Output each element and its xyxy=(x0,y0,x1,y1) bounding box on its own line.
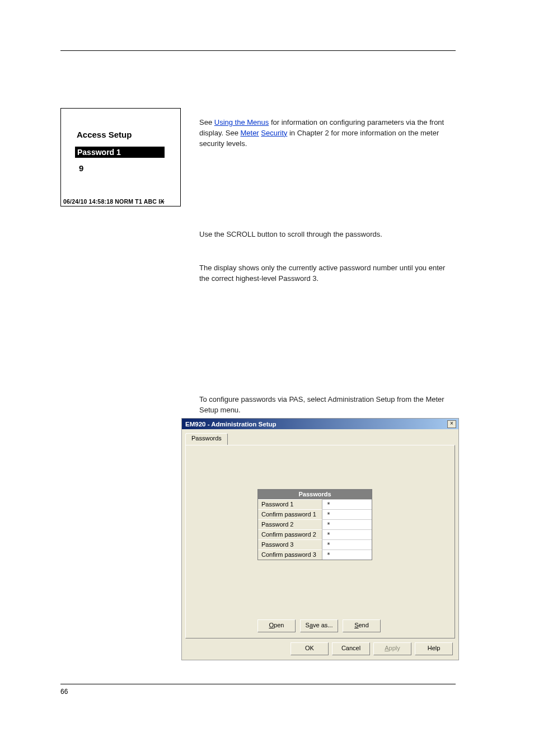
open-button[interactable]: Open xyxy=(257,619,296,632)
close-icon[interactable]: × xyxy=(447,420,456,428)
tab-panel: Passwords Password 1 Confirm password 1 … xyxy=(185,445,455,638)
row-label: Password 2 xyxy=(258,519,322,529)
lcd-status-x: X xyxy=(160,198,164,205)
top-rule xyxy=(60,50,456,51)
confirm-password-2-input[interactable] xyxy=(326,531,368,538)
step-3: To configure passwords via PAS, select A… xyxy=(199,395,456,416)
dialog-titlebar: EM920 - Administration Setup × xyxy=(182,419,458,429)
tab-strip: Passwords xyxy=(185,433,228,445)
lcd-password-value: 9 xyxy=(79,163,83,173)
link-meter[interactable]: Meter xyxy=(240,129,259,137)
lcd-panel: Access Setup Password 1 9 06/24/10 14:58… xyxy=(60,108,181,206)
grid-row: Password 2 xyxy=(258,519,372,529)
confirm-password-1-input[interactable] xyxy=(326,511,368,518)
grid-row: Confirm password 3 xyxy=(258,550,372,560)
passwords-grid: Passwords Password 1 Confirm password 1 … xyxy=(257,489,372,560)
dialog-title: EM920 - Administration Setup xyxy=(185,421,447,428)
lcd-password-label: Password 1 xyxy=(75,147,165,158)
grid-row: Confirm password 2 xyxy=(258,529,372,539)
admin-setup-dialog: EM920 - Administration Setup × Passwords… xyxy=(181,418,459,660)
dialog-button-row-2: OK Cancel Apply Help xyxy=(291,642,453,655)
lcd-status-text: 06/24/10 14:58:18 NORM T1 ABC I xyxy=(63,198,160,205)
lcd-title: Access Setup xyxy=(77,130,132,139)
dialog-button-row-1: Open Save as... Send xyxy=(257,619,381,632)
link-using-menus[interactable]: Using the Menus xyxy=(214,118,269,126)
intro-pre: See xyxy=(199,118,214,126)
save-as-button[interactable]: Save as... xyxy=(300,619,338,632)
step-2: The display shows only the currently act… xyxy=(199,263,456,284)
ok-button[interactable]: OK xyxy=(291,642,329,655)
grid-row: Confirm password 1 xyxy=(258,509,372,519)
step-1: Use the SCROLL button to scroll through … xyxy=(199,229,456,240)
row-label: Confirm password 1 xyxy=(258,509,322,519)
help-button[interactable]: Help xyxy=(415,642,453,655)
password-2-input[interactable] xyxy=(326,521,368,528)
grid-row: Password 3 xyxy=(258,539,372,550)
confirm-password-3-input[interactable] xyxy=(326,551,368,558)
page-number: 66 xyxy=(60,688,68,696)
bottom-rule xyxy=(60,684,456,684)
tab-passwords[interactable]: Passwords xyxy=(185,433,228,445)
passwords-grid-header: Passwords xyxy=(258,490,372,499)
row-label: Confirm password 2 xyxy=(258,529,322,539)
cancel-button[interactable]: Cancel xyxy=(332,642,370,655)
row-label: Password 3 xyxy=(258,539,322,550)
password-3-input[interactable] xyxy=(326,541,368,548)
intro-paragraph: See Using the Menus for information on c… xyxy=(199,118,456,149)
link-security[interactable]: Security xyxy=(261,129,287,137)
lcd-status-bar: 06/24/10 14:58:18 NORM T1 ABC IX xyxy=(63,198,165,205)
row-label: Password 1 xyxy=(258,499,322,509)
send-button[interactable]: Send xyxy=(343,619,381,632)
grid-row: Password 1 xyxy=(258,499,372,509)
row-label: Confirm password 3 xyxy=(258,550,322,560)
apply-button: Apply xyxy=(373,642,411,655)
password-1-input[interactable] xyxy=(326,501,368,508)
